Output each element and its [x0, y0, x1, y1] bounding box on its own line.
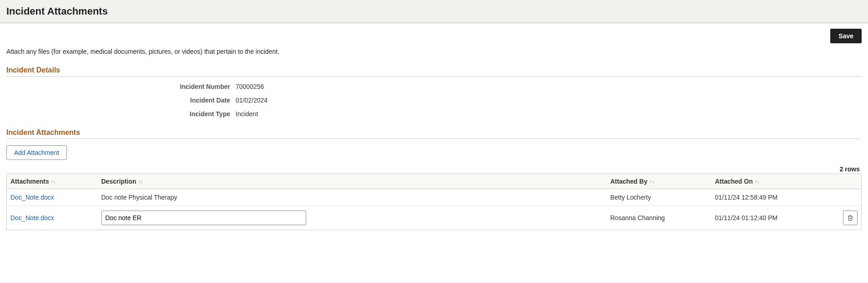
- description-text: Doc note Physical Therapy: [101, 194, 177, 201]
- content-area: Save Attach any files (for example, medi…: [0, 23, 868, 236]
- instructions-text: Attach any files (for example, medical d…: [6, 48, 862, 55]
- save-button[interactable]: Save: [830, 29, 862, 43]
- table-row: Doc_Note.docxRosanna Channing01/11/24 01…: [7, 206, 862, 230]
- column-header-description[interactable]: Description ↑↓: [98, 174, 607, 189]
- column-header-attached-on[interactable]: Attached On ↑↓: [712, 174, 839, 189]
- column-header-attached-on-label: Attached On: [715, 178, 753, 185]
- column-header-actions: [839, 174, 862, 189]
- table-row: Doc_Note.docxDoc note Physical TherapyBe…: [7, 189, 862, 206]
- attached-on-text: 01/11/24 01:12:40 PM: [712, 206, 839, 230]
- incident-date-label: Incident Date: [8, 97, 236, 104]
- attached-on-text: 01/11/24 12:58:49 PM: [712, 189, 839, 206]
- column-header-attachments-label: Attachments: [10, 178, 49, 185]
- page-title: Incident Attachments: [6, 5, 862, 17]
- description-input[interactable]: [101, 211, 306, 225]
- trash-icon: [847, 215, 853, 221]
- table-header-row: Attachments ↑↓ Description ↑↓ Attached B…: [7, 174, 862, 189]
- add-attachment-button[interactable]: Add Attachment: [6, 145, 67, 160]
- attachment-link[interactable]: Doc_Note.docx: [10, 214, 54, 221]
- row-count-text: 2 rows: [6, 165, 862, 174]
- sort-icon: ↑↓: [755, 179, 760, 184]
- sort-icon: ↑↓: [51, 179, 56, 184]
- incident-number-label: Incident Number: [8, 83, 236, 90]
- incident-type-value: Incident: [236, 110, 258, 118]
- detail-row-incident-type: Incident Type Incident: [8, 110, 862, 118]
- incident-details-heading: Incident Details: [6, 66, 862, 77]
- column-header-attached-by[interactable]: Attached By ↑↓: [607, 174, 712, 189]
- delete-button[interactable]: [843, 211, 858, 225]
- detail-row-incident-date: Incident Date 01/02/2024: [8, 97, 862, 104]
- action-bar: Save: [6, 29, 862, 43]
- sort-icon: ↑↓: [138, 179, 143, 184]
- column-header-description-label: Description: [101, 178, 136, 185]
- attachments-table: Attachments ↑↓ Description ↑↓ Attached B…: [6, 174, 862, 230]
- detail-row-incident-number: Incident Number 70000256: [8, 83, 862, 90]
- incident-details-grid: Incident Number 70000256 Incident Date 0…: [8, 83, 862, 118]
- incident-type-label: Incident Type: [8, 110, 236, 118]
- incident-attachments-heading: Incident Attachments: [6, 129, 862, 139]
- attached-by-text: Rosanna Channing: [607, 206, 712, 230]
- attachment-link[interactable]: Doc_Note.docx: [10, 194, 54, 201]
- column-header-attached-by-label: Attached By: [611, 178, 648, 185]
- sort-icon: ↑↓: [649, 179, 654, 184]
- incident-number-value: 70000256: [236, 83, 264, 90]
- column-header-attachments[interactable]: Attachments ↑↓: [7, 174, 98, 189]
- page-header: Incident Attachments: [0, 0, 868, 23]
- attached-by-text: Betty Locherty: [607, 189, 712, 206]
- incident-date-value: 01/02/2024: [236, 97, 267, 104]
